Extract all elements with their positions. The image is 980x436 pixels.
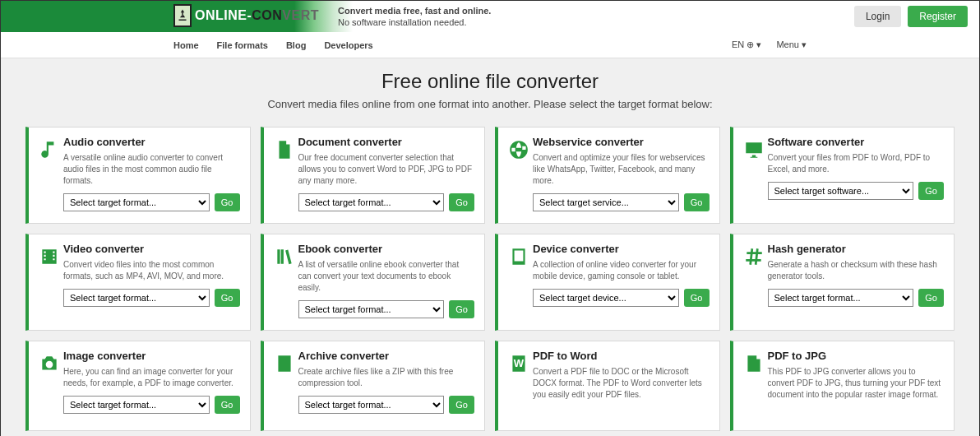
archive-icon <box>274 350 298 419</box>
card-title[interactable]: Device converter <box>533 243 710 255</box>
converter-grid: Audio converterA versatile online audio … <box>1 118 979 436</box>
page-title: Free online file converter <box>1 70 979 93</box>
target-format-select[interactable]: Select target format... <box>298 396 445 414</box>
card-title[interactable]: Document converter <box>298 136 475 148</box>
nav-blog[interactable]: Blog <box>286 40 306 50</box>
hash-icon <box>743 243 768 318</box>
globe-icon <box>508 136 533 211</box>
menu-dropdown[interactable]: Menu ▾ <box>776 39 807 50</box>
monitor-icon <box>743 136 768 211</box>
target-format-select[interactable]: Select target format... <box>298 300 445 318</box>
card-description: Create archive files like a ZIP with thi… <box>298 366 475 389</box>
converter-card: Document converterOur free document conv… <box>261 127 486 224</box>
converter-card: Image converterHere, you can find an ima… <box>25 341 251 431</box>
card-title[interactable]: Ebook converter <box>298 243 475 255</box>
go-button[interactable]: Go <box>449 300 474 318</box>
top-bar: ONLINE-CONVERT Convert media free, fast … <box>1 1 979 32</box>
target-format-select[interactable]: Select target format... <box>63 193 210 211</box>
navbar: Home File formats Blog Developers EN ⊕ ▾… <box>1 32 979 58</box>
document-icon <box>274 136 298 211</box>
language-selector[interactable]: EN ⊕ ▾ <box>732 39 761 50</box>
nav-left: Home File formats Blog Developers <box>173 40 373 50</box>
target-format-select[interactable]: Select target format... <box>298 193 445 211</box>
logo[interactable]: ONLINE-CONVERT <box>173 4 319 27</box>
film-icon <box>39 243 63 318</box>
card-title[interactable]: Webservice converter <box>533 136 710 148</box>
card-description: Convert your files from PDF to Word, PDF… <box>768 152 945 175</box>
card-description: Convert video files into the most common… <box>63 259 240 282</box>
login-button[interactable]: Login <box>854 6 901 27</box>
converter-card: Ebook converterA list of versatile onlin… <box>261 234 486 331</box>
target-format-select[interactable]: Select target device... <box>533 289 679 307</box>
card-title[interactable]: Audio converter <box>63 136 240 148</box>
tagline-sub: No software installation needed. <box>338 17 467 27</box>
register-button[interactable]: Register <box>908 6 968 27</box>
go-button[interactable]: Go <box>215 396 240 414</box>
converter-card: Audio converterA versatile online audio … <box>25 127 251 224</box>
logo-icon <box>173 4 192 27</box>
camera-icon <box>39 350 63 419</box>
logo-text-mid: CON <box>252 8 282 22</box>
card-title[interactable]: PDF to JPG <box>768 350 945 362</box>
nav-home[interactable]: Home <box>173 40 199 50</box>
card-title[interactable]: PDF to Word <box>533 350 710 362</box>
go-button[interactable]: Go <box>918 182 944 200</box>
converter-card: Hash generatorGenerate a hash or checksu… <box>730 234 955 331</box>
card-title[interactable]: Hash generator <box>768 243 945 255</box>
target-format-select[interactable]: Select target format... <box>63 396 210 414</box>
target-format-select[interactable]: Select target format... <box>63 289 210 307</box>
go-button[interactable]: Go <box>449 193 474 211</box>
card-description: A list of versatile online ebook convert… <box>298 259 475 294</box>
target-format-select[interactable]: Select target format... <box>768 289 914 307</box>
music-icon <box>39 136 63 211</box>
tagline-bold: Convert media free, fast and online. <box>338 5 491 16</box>
go-button[interactable]: Go <box>684 193 710 211</box>
hero: Free online file converter Convert media… <box>1 58 979 118</box>
card-description: Here, you can find an image converter fo… <box>63 366 240 389</box>
word-icon <box>508 350 533 419</box>
target-format-select[interactable]: Select target service... <box>533 193 679 211</box>
converter-card: PDF to JPGThis PDF to JPG converter allo… <box>730 341 955 431</box>
card-title[interactable]: Software converter <box>768 136 945 148</box>
card-description: A versatile online audio converter to co… <box>63 152 240 187</box>
converter-card: PDF to WordConvert a PDF file to DOC or … <box>495 341 720 431</box>
converter-card: Archive converterCreate archive files li… <box>261 341 486 431</box>
logo-text-post: VERT <box>282 8 319 22</box>
page-subtitle: Convert media files online from one form… <box>1 98 979 110</box>
auth-buttons: Login Register <box>854 6 968 27</box>
converter-card: Webservice converterConvert and optimize… <box>495 127 720 224</box>
nav-file-formats[interactable]: File formats <box>217 40 268 50</box>
books-icon <box>274 243 298 318</box>
nav-right: EN ⊕ ▾ Menu ▾ <box>732 39 807 50</box>
tagline: Convert media free, fast and online. No … <box>338 5 491 29</box>
card-title[interactable]: Video converter <box>63 243 240 255</box>
card-description: Generate a hash or checksum with these h… <box>768 259 945 282</box>
target-format-select[interactable]: Select target software... <box>768 182 914 200</box>
converter-card: Video converterConvert video files into … <box>25 234 251 331</box>
logo-text-pre: ONLINE- <box>195 8 252 22</box>
card-description: Our free document converter selection th… <box>298 152 475 187</box>
card-title[interactable]: Archive converter <box>298 350 475 362</box>
card-description: Convert and optimize your files for webs… <box>533 152 710 187</box>
card-description: This PDF to JPG converter allows you to … <box>768 366 945 401</box>
converter-card: Device converterA collection of online v… <box>495 234 720 331</box>
card-description: A collection of online video converter f… <box>533 259 710 282</box>
converter-card: Software converterConvert your files fro… <box>730 127 955 224</box>
jpg-icon <box>743 350 768 419</box>
nav-developers[interactable]: Developers <box>324 40 372 50</box>
go-button[interactable]: Go <box>918 289 944 307</box>
tablet-icon <box>508 243 533 318</box>
go-button[interactable]: Go <box>215 289 240 307</box>
card-description: Convert a PDF file to DOC or the Microso… <box>533 366 710 401</box>
go-button[interactable]: Go <box>449 396 474 414</box>
go-button[interactable]: Go <box>215 193 240 211</box>
go-button[interactable]: Go <box>684 289 710 307</box>
card-title[interactable]: Image converter <box>63 350 240 362</box>
